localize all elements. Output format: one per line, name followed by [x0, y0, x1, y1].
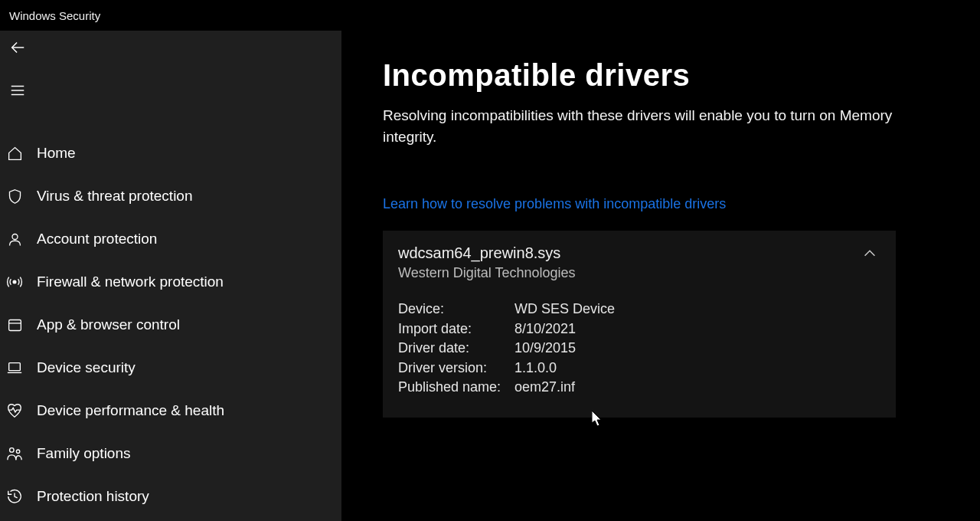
- laptop-icon: [5, 358, 24, 378]
- shield-icon: [5, 186, 24, 206]
- detail-value: WD SES Device: [514, 300, 615, 319]
- menu-icon: [9, 82, 26, 102]
- detail-row-device: Device: WD SES Device: [398, 300, 880, 319]
- detail-row-published-name: Published name: oem27.inf: [398, 378, 880, 398]
- sidebar-item-app-browser[interactable]: App & browser control: [0, 303, 341, 346]
- page-description: Resolving incompatibilities with these d…: [383, 105, 919, 147]
- collapse-button[interactable]: [859, 244, 880, 266]
- sidebar-item-label: Device performance & health: [37, 402, 224, 419]
- sidebar-item-label: Firewall & network protection: [37, 274, 224, 290]
- learn-more-link[interactable]: Learn how to resolve problems with incom…: [383, 196, 726, 212]
- detail-value: 8/10/2021: [514, 319, 576, 339]
- sidebar-item-account[interactable]: Account protection: [0, 218, 341, 260]
- svg-rect-8: [9, 363, 21, 371]
- chevron-up-icon: [861, 245, 878, 265]
- sidebar-item-device-security[interactable]: Device security: [0, 346, 341, 389]
- detail-label: Driver date:: [398, 339, 514, 359]
- antenna-icon: [5, 272, 24, 292]
- sidebar-item-family[interactable]: Family options: [0, 432, 341, 475]
- svg-point-4: [12, 234, 18, 239]
- detail-value: 1.1.0.0: [514, 359, 557, 378]
- sidebar-item-label: Protection history: [37, 488, 149, 505]
- sidebar: Home Virus & threat protection Account p…: [0, 31, 341, 521]
- content-area: Incompatible drivers Resolving incompati…: [341, 31, 980, 521]
- page-title: Incompatible drivers: [383, 58, 939, 93]
- detail-row-driver-date: Driver date: 10/9/2015: [398, 339, 880, 359]
- detail-label: Import date:: [398, 319, 514, 339]
- driver-details: Device: WD SES Device Import date: 8/10/…: [398, 300, 880, 398]
- svg-point-5: [13, 280, 16, 283]
- svg-point-10: [10, 448, 14, 453]
- svg-point-11: [16, 450, 19, 453]
- detail-value: oem27.inf: [514, 378, 575, 398]
- heart-icon: [5, 401, 24, 421]
- window-title: Windows Security: [9, 9, 100, 22]
- family-icon: [5, 444, 24, 464]
- sidebar-item-home[interactable]: Home: [0, 132, 341, 175]
- arrow-left-icon: [9, 39, 26, 59]
- person-icon: [5, 229, 24, 249]
- sidebar-item-label: Virus & threat protection: [37, 188, 192, 205]
- title-bar: Windows Security: [0, 0, 980, 31]
- history-icon: [5, 487, 24, 506]
- sidebar-item-virus[interactable]: Virus & threat protection: [0, 175, 341, 218]
- detail-row-import-date: Import date: 8/10/2021: [398, 319, 880, 339]
- sidebar-item-label: Account protection: [37, 231, 157, 247]
- sidebar-item-performance[interactable]: Device performance & health: [0, 389, 341, 432]
- app-icon: [5, 315, 24, 335]
- sidebar-item-history[interactable]: Protection history: [0, 475, 341, 518]
- sidebar-item-label: App & browser control: [37, 316, 180, 333]
- detail-label: Driver version:: [398, 359, 514, 378]
- detail-label: Published name:: [398, 378, 514, 398]
- driver-card: wdcsam64_prewin8.sys Western Digital Tec…: [383, 231, 896, 418]
- sidebar-item-label: Home: [37, 145, 76, 162]
- hamburger-button[interactable]: [2, 77, 32, 107]
- detail-value: 10/9/2015: [514, 339, 576, 359]
- sidebar-item-label: Device security: [37, 359, 136, 376]
- driver-filename: wdcsam64_prewin8.sys: [398, 244, 880, 262]
- home-icon: [5, 143, 24, 163]
- detail-label: Device:: [398, 300, 514, 319]
- sidebar-item-firewall[interactable]: Firewall & network protection: [0, 260, 341, 303]
- back-button[interactable]: [2, 34, 32, 64]
- detail-row-driver-version: Driver version: 1.1.0.0: [398, 359, 880, 378]
- sidebar-item-label: Family options: [37, 445, 131, 462]
- svg-rect-6: [8, 319, 21, 330]
- driver-vendor: Western Digital Technologies: [398, 265, 880, 281]
